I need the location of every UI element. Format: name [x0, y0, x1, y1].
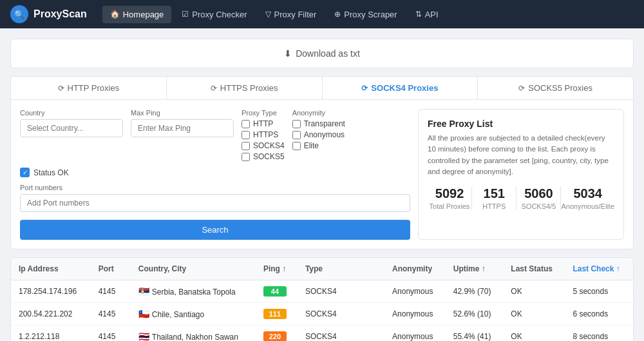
stat-item-anonymous-elite: 5034Anonymous/Elite: [561, 186, 614, 210]
socks5-checkbox[interactable]: SOCKS5: [242, 152, 285, 161]
status-ok-checkbox[interactable]: ✓: [20, 168, 30, 177]
port-input[interactable]: [20, 194, 410, 212]
cell-uptime: 42.9% (70): [446, 280, 504, 303]
anonymity-checkboxes: Transparent Anonymous Elite: [292, 119, 345, 150]
proxy-table-container: Ip AddressPortCountry, CityPing ↑TypeAno…: [10, 257, 634, 341]
filter-row-1: Country Max Ping Proxy Type HTTP HTTPS S…: [20, 109, 410, 161]
nav-link-proxy-filter[interactable]: ▽Proxy Filter: [258, 6, 325, 23]
col-ping[interactable]: Ping ↑: [256, 258, 298, 280]
proxy-tab-socks4[interactable]: ⟳SOCKS4 Proxies: [323, 77, 478, 99]
cell-anonymity: Anonymous: [384, 303, 446, 326]
nav-link-homepage[interactable]: 🏠Homepage: [102, 6, 172, 23]
app-logo: 🔍 ProxyScan: [10, 5, 87, 23]
socks4-checkbox[interactable]: SOCKS4: [242, 141, 285, 150]
cell-status: OK: [503, 326, 565, 342]
cell-lastcheck: 8 seconds: [565, 326, 633, 342]
maxping-filter: Max Ping: [131, 109, 234, 137]
cell-uptime: 52.6% (10): [446, 303, 504, 326]
col-status: Last Status: [503, 258, 565, 280]
stats-description: All the proxies are subjected to a detai…: [428, 133, 614, 177]
stat-item-socks---: 5060SOCKS4/5: [516, 186, 561, 210]
cell-ping: 220: [256, 326, 298, 342]
elite-checkbox[interactable]: Elite: [292, 141, 345, 150]
filter-stats-area: Country Max Ping Proxy Type HTTP HTTPS S…: [11, 100, 633, 249]
country-label: Country: [20, 109, 123, 117]
proxy-tabs-row: ⟳HTTP Proxies⟳HTTPS Proxies⟳SOCKS4 Proxi…: [11, 77, 633, 100]
table-header: Ip AddressPortCountry, CityPing ↑TypeAno…: [11, 258, 633, 280]
transparent-checkbox[interactable]: Transparent: [292, 119, 345, 128]
cell-anonymity: Anonymous: [384, 326, 446, 342]
download-button[interactable]: ⬇ Download as txt: [284, 48, 360, 59]
anonymity-filter: Anonymity Transparent Anonymous Elite: [292, 109, 345, 150]
download-icon: ⬇: [284, 48, 292, 59]
proxy-checker-nav-icon: ☑: [182, 10, 189, 19]
port-row: Port numbers: [20, 184, 410, 212]
proxy-tabs-container: ⟳HTTP Proxies⟳HTTPS Proxies⟳SOCKS4 Proxi…: [10, 76, 634, 249]
http-checkbox[interactable]: HTTP: [242, 119, 285, 128]
homepage-nav-icon: 🏠: [110, 10, 120, 19]
anonymity-label: Anonymity: [292, 109, 345, 117]
https-checkbox[interactable]: HTTPS: [242, 130, 285, 139]
col-ip: Ip Address: [11, 258, 91, 280]
cell-ip: 1.2.212.118: [11, 326, 91, 342]
download-label: Download as txt: [296, 48, 360, 59]
api-nav-icon: ⇅: [415, 10, 422, 19]
main-content: ⬇ Download as txt ⟳HTTP Proxies⟳HTTPS Pr…: [0, 28, 644, 341]
cell-port: 4145: [91, 280, 131, 303]
proxytype-filter: Proxy Type HTTP HTTPS SOCKS4 SOCKS5: [242, 109, 285, 161]
anonymous-checkbox[interactable]: Anonymous: [292, 130, 345, 139]
cell-status: OK: [503, 303, 565, 326]
filter-area: Country Max Ping Proxy Type HTTP HTTPS S…: [20, 109, 410, 240]
cell-uptime: 55.4% (41): [446, 326, 504, 342]
proxy-scraper-nav-icon: ⊕: [334, 10, 341, 19]
proxy-tab-https[interactable]: ⟳HTTPS Proxies: [167, 77, 323, 99]
maxping-input[interactable]: [131, 119, 234, 137]
nav-link-proxy-checker[interactable]: ☑Proxy Checker: [174, 6, 254, 23]
stat-item-https: 151HTTPS: [472, 186, 516, 210]
col-type: Type: [298, 258, 384, 280]
logo-icon: 🔍: [10, 5, 28, 23]
proxytype-label: Proxy Type: [242, 109, 285, 117]
cell-ip: 200.54.221.202: [11, 303, 91, 326]
col-uptime[interactable]: Uptime ↑: [446, 258, 504, 280]
status-row: ✓ Status OK: [20, 168, 410, 177]
search-row: Search: [20, 220, 410, 240]
proxy-tab-socks5[interactable]: ⟳SOCKS5 Proxies: [478, 77, 633, 99]
http-tab-icon: ⟳: [58, 84, 64, 93]
status-ok-label: Status OK: [33, 168, 69, 177]
country-input[interactable]: [20, 119, 123, 137]
col-country: Country, City: [131, 258, 256, 280]
cell-anonymity: Anonymous: [384, 280, 446, 303]
cell-status: OK: [503, 280, 565, 303]
socks5-tab-icon: ⟳: [518, 84, 525, 93]
nav-link-api[interactable]: ⇅API: [408, 6, 446, 23]
cell-ping: 44: [256, 280, 298, 303]
cell-country: 🇹🇭Thailand, Nakhon Sawan: [131, 326, 256, 342]
stat-item-total-proxies: 5092Total Proxies: [428, 186, 472, 210]
maxping-label: Max Ping: [131, 109, 234, 117]
port-label: Port numbers: [20, 184, 410, 191]
stats-title: Free Proxy List: [428, 119, 614, 129]
cell-ip: 178.254.174.196: [11, 280, 91, 303]
search-button[interactable]: Search: [20, 220, 410, 240]
proxy-tab-http[interactable]: ⟳HTTP Proxies: [11, 77, 167, 99]
nav-link-proxy-scraper[interactable]: ⊕Proxy Scraper: [327, 6, 404, 23]
proxy-filter-nav-icon: ▽: [265, 10, 271, 19]
col-port: Port: [91, 258, 131, 280]
proxy-table: Ip AddressPortCountry, CityPing ↑TypeAno…: [11, 258, 633, 341]
table-row: 200.54.221.202 4145 🇨🇱Chile, Santiago 11…: [11, 303, 633, 326]
stats-numbers: 5092Total Proxies151HTTPS5060SOCKS4/5503…: [428, 186, 614, 210]
cell-ping: 111: [256, 303, 298, 326]
cell-type: SOCKS4: [298, 280, 384, 303]
download-bar: ⬇ Download as txt: [10, 39, 634, 68]
col-anonymity: Anonymity: [384, 258, 446, 280]
cell-type: SOCKS4: [298, 303, 384, 326]
col-lastcheck[interactable]: Last Check ↑: [565, 258, 633, 280]
table-body: 178.254.174.196 4145 🇷🇸Serbia, Banatska …: [11, 280, 633, 342]
country-filter: Country: [20, 109, 123, 137]
cell-lastcheck: 5 seconds: [565, 280, 633, 303]
app-name: ProxyScan: [33, 8, 87, 20]
cell-country: 🇨🇱Chile, Santiago: [131, 303, 256, 326]
cell-type: SOCKS4: [298, 326, 384, 342]
cell-port: 4145: [91, 303, 131, 326]
